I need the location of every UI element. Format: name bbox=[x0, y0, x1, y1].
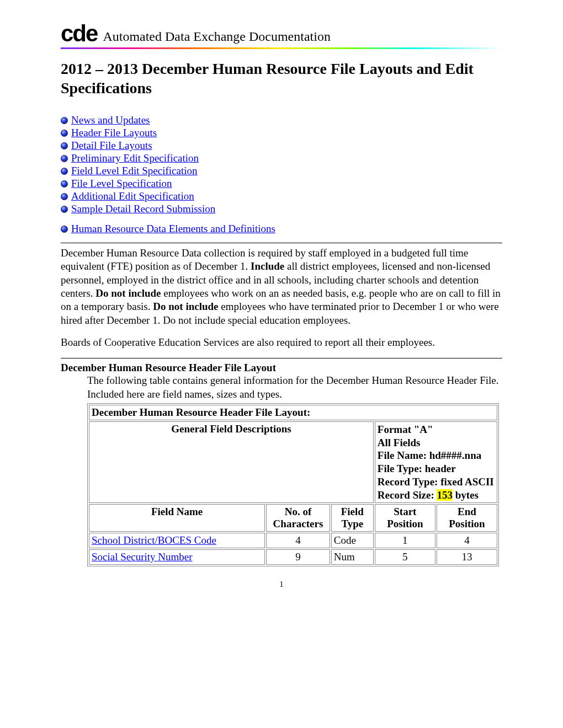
nav-link[interactable]: Sample Detail Record Submission bbox=[71, 203, 215, 215]
nav-item: Detail File Layouts bbox=[61, 140, 502, 152]
table-row: December Human Resource Header File Layo… bbox=[89, 405, 497, 420]
bullet-icon bbox=[61, 180, 68, 188]
field-link[interactable]: School District/BOCES Code bbox=[92, 534, 216, 546]
col-header: Start Position bbox=[375, 504, 435, 532]
page-title: 2012 – 2013 December Human Resource File… bbox=[61, 59, 502, 98]
nav-item: Field Level Edit Specification bbox=[61, 165, 502, 177]
intro-paragraph-2: Boards of Cooperative Education Services… bbox=[61, 336, 502, 349]
text-bold: Include bbox=[251, 260, 284, 272]
nav-list-1: News and Updates Header File Layouts Det… bbox=[61, 114, 502, 215]
table-row: Social Security Number 9 Num 5 13 bbox=[89, 549, 497, 565]
general-desc-cell: General Field Descriptions bbox=[89, 421, 374, 504]
nav-link[interactable]: News and Updates bbox=[71, 114, 150, 126]
col-header: No. of Characters bbox=[266, 504, 330, 532]
col-header: Field Type bbox=[331, 504, 374, 532]
text-run: All Fields bbox=[378, 437, 421, 448]
section-heading: December Human Resource Header File Layo… bbox=[61, 362, 502, 374]
bullet-icon bbox=[61, 168, 68, 175]
col-header: End Position bbox=[437, 504, 497, 532]
bullet-icon bbox=[61, 193, 68, 200]
horizontal-rule bbox=[61, 358, 502, 358]
nav-link[interactable]: Additional Edit Specification bbox=[71, 190, 194, 202]
field-name-cell: School District/BOCES Code bbox=[89, 533, 265, 548]
end-cell: 4 bbox=[437, 533, 497, 548]
header-bar: cde Automated Data Exchange Documentatio… bbox=[61, 22, 502, 45]
nav-item: Header File Layouts bbox=[61, 127, 502, 139]
section-description: The following table contains general inf… bbox=[87, 374, 502, 401]
chars-cell: 4 bbox=[266, 533, 330, 548]
nav-item: Sample Detail Record Submission bbox=[61, 203, 502, 215]
nav-item: Human Resource Data Elements and Definit… bbox=[61, 223, 502, 235]
intro-paragraph-1: December Human Resource Data collection … bbox=[61, 247, 502, 327]
horizontal-rule bbox=[61, 243, 502, 243]
bullet-icon bbox=[61, 117, 68, 124]
text-run: Record Type: fixed ASCII bbox=[378, 476, 494, 488]
nav-link[interactable]: Header File Layouts bbox=[71, 127, 157, 139]
nav-link[interactable]: Preliminary Edit Specification bbox=[71, 152, 199, 164]
table-row: School District/BOCES Code 4 Code 1 4 bbox=[89, 533, 497, 548]
nav-link[interactable]: Field Level Edit Specification bbox=[71, 165, 197, 177]
table-header-row: Field Name No. of Characters Field Type … bbox=[89, 504, 497, 532]
rainbow-divider bbox=[61, 47, 502, 49]
nav-link[interactable]: Detail File Layouts bbox=[71, 140, 152, 152]
type-cell: Num bbox=[331, 549, 374, 565]
nav-item: News and Updates bbox=[61, 114, 502, 126]
field-link[interactable]: Social Security Number bbox=[92, 551, 193, 563]
text-run: Record Size: bbox=[378, 489, 437, 501]
type-cell: Code bbox=[331, 533, 374, 548]
bullet-icon bbox=[61, 130, 68, 137]
end-cell: 13 bbox=[437, 549, 497, 565]
table-row: General Field Descriptions Format "A" Al… bbox=[89, 421, 497, 504]
highlighted-value: 153 bbox=[437, 489, 453, 501]
nav-link[interactable]: Human Resource Data Elements and Definit… bbox=[71, 223, 275, 235]
nav-item: Additional Edit Specification bbox=[61, 190, 502, 202]
text-run: Format "A" bbox=[378, 424, 433, 435]
cde-logo: cde bbox=[61, 22, 97, 45]
nav-item: Preliminary Edit Specification bbox=[61, 152, 502, 164]
bullet-icon bbox=[61, 226, 68, 233]
nav-item: File Level Specification bbox=[61, 178, 502, 190]
text-bold: Do not include bbox=[95, 287, 161, 299]
start-cell: 5 bbox=[375, 549, 435, 565]
chars-cell: 9 bbox=[266, 549, 330, 565]
nav-list-2: Human Resource Data Elements and Definit… bbox=[61, 223, 502, 235]
bullet-icon bbox=[61, 142, 68, 149]
nav-link[interactable]: File Level Specification bbox=[71, 178, 172, 190]
header-subtitle: Automated Data Exchange Documentation bbox=[103, 29, 331, 45]
col-header: Field Name bbox=[89, 504, 265, 532]
text-run: File Type: header bbox=[378, 463, 456, 474]
text-run: File Name: hd####.nna bbox=[378, 449, 481, 461]
start-cell: 1 bbox=[375, 533, 435, 548]
text-bold: Do not include bbox=[153, 301, 218, 312]
header-file-layout-table: December Human Resource Header File Layo… bbox=[87, 403, 499, 567]
text-run: bytes bbox=[453, 489, 479, 501]
format-info-cell: Format "A" All Fields File Name: hd####.… bbox=[375, 421, 497, 504]
field-name-cell: Social Security Number bbox=[89, 549, 265, 565]
table-title-cell: December Human Resource Header File Layo… bbox=[89, 405, 497, 420]
bullet-icon bbox=[61, 155, 68, 162]
bullet-icon bbox=[61, 206, 68, 213]
page-number: 1 bbox=[61, 580, 502, 589]
